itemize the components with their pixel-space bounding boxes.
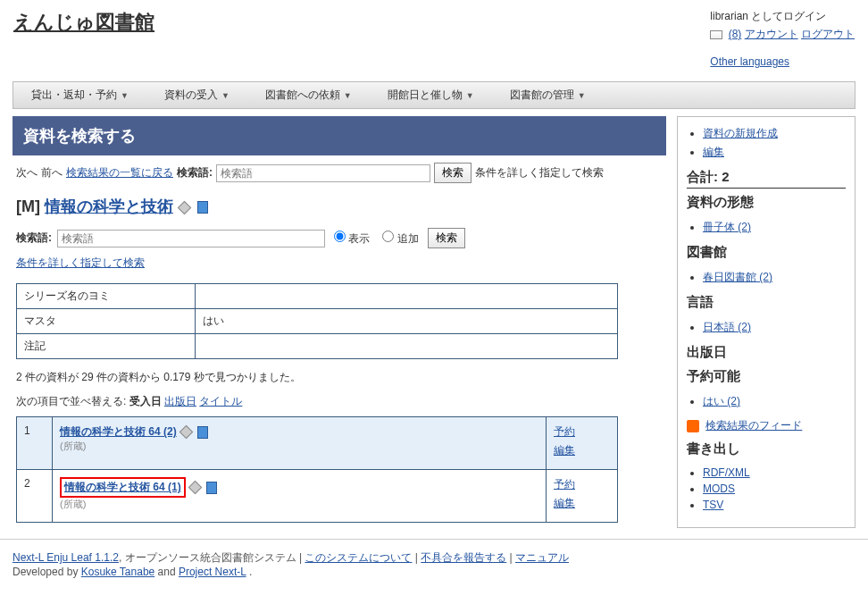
facet-reservable-item[interactable]: はい (2) [703,395,740,407]
search-label-2: 検索語: [16,231,52,246]
logout-link[interactable]: ログアウト [801,28,855,40]
next-text: 次へ [16,165,38,180]
list-item: 冊子体 (2) [703,218,846,237]
edit-icon[interactable] [178,200,192,214]
export-heading: 書き出し [687,440,846,459]
sidebar: 資料の新規作成 編集 合計: 2 資料の形態 冊子体 (2) 図書館 春日図書館… [677,116,855,528]
opt-add[interactable]: 追加 [382,231,418,247]
prev-text: 前へ [41,165,63,180]
total-heading: 合計: 2 [687,169,846,189]
export-mods[interactable]: MODS [703,482,735,495]
sort-title[interactable]: タイトル [199,395,242,407]
edit-icon[interactable] [179,425,194,440]
edit-link[interactable]: 編集 [554,443,610,458]
search-input-2[interactable] [57,230,325,247]
list-item: RDF/XML [703,465,846,481]
book-icon [197,201,208,214]
feed-link[interactable]: 検索結果のフィード [705,419,802,432]
table-row: マスタはい [17,309,618,334]
results-table: 1 情報の科学と技術 64 (2) (所蔵) 予約 編集 2 情報の科学と技術 … [16,416,618,523]
table-row: 注記 [17,334,618,359]
mail-icon [710,30,722,39]
footer-dev1-link[interactable]: Kosuke Tanabe [81,566,155,578]
book-icon [197,426,208,439]
new-resource-link[interactable]: 資料の新規作成 [703,127,778,139]
reserve-link[interactable]: 予約 [554,477,610,492]
list-item: TSV [703,497,846,513]
search-row-1: 次へ 前へ 検索結果の一覧に戻る 検索語: 検索 条件を詳しく指定して検索 [13,155,666,190]
holding-text: (所蔵) [60,440,538,453]
table-row: シリーズ名のヨミ [17,284,618,309]
nav-item-requests[interactable]: 図書館への依頼▼ [247,82,370,108]
search-button-1[interactable]: 検索 [434,163,472,183]
footer-manual-link[interactable]: マニュアル [515,551,569,564]
advanced-search-link[interactable]: 条件を詳しく指定して検索 [13,254,666,278]
result-cell: 情報の科学と技術 64 (1) (所蔵) [53,470,547,523]
list-item: 資料の新規作成 [703,124,846,143]
footer-product-link[interactable]: Next-L Enju Leaf 1.1.2 [13,551,119,564]
list-item: 日本語 (2) [703,318,846,337]
nav-item-acquisition[interactable]: 資料の受入▼ [146,82,247,108]
sort-row: 次の項目で並べ替える: 受入日 出版日 タイトル [13,390,666,416]
main-nav: 貸出・返却・予約▼ 資料の受入▼ 図書館への依頼▼ 開館日と催し物▼ 図書館の管… [13,81,855,109]
account-link[interactable]: アカウント [745,28,798,40]
list-item: MODS [703,481,846,497]
list-item: 編集 [703,143,846,162]
footer-about-link[interactable]: このシステムについて [305,551,412,564]
footer-bug-link[interactable]: 不具合を報告する [421,551,506,564]
meta-value [196,284,618,309]
reserve-link[interactable]: 予約 [554,424,610,440]
result-actions: 予約 編集 [547,417,618,470]
login-area: librarian としてログイン (8) アカウント ログアウト Other … [710,9,855,68]
facet-reservable-heading: 予約可能 [687,368,846,387]
search-button-2[interactable]: 検索 [428,228,465,248]
edit-link[interactable]: 編集 [703,146,724,158]
holding-text: (所蔵) [60,498,538,511]
rss-icon [687,420,699,432]
metadata-table: シリーズ名のヨミ マスタはい 注記 [16,283,618,359]
facet-pubdate-heading: 出版日 [687,344,846,363]
edit-link[interactable]: 編集 [554,496,610,511]
back-to-results-link[interactable]: 検索結果の一覧に戻る [66,165,173,180]
facet-form-heading: 資料の形態 [687,194,846,213]
export-tsv[interactable]: TSV [703,499,723,511]
export-rdfxml[interactable]: RDF/XML [703,466,750,479]
list-item: 春日図書館 (2) [703,268,846,287]
result-cell: 情報の科学と技術 64 (2) (所蔵) [53,417,547,470]
nav-item-admin[interactable]: 図書館の管理▼ [492,82,604,108]
search-row-2: 検索語: 表示 追加 検索 [13,222,666,254]
search-label-1: 検索語: [177,165,213,180]
table-row: 1 情報の科学と技術 64 (2) (所蔵) 予約 編集 [17,417,618,470]
record-title-link[interactable]: 情報の科学と技術 [45,197,173,215]
result-title-link[interactable]: 情報の科学と技術 64 (1) [64,481,181,493]
facet-library-item[interactable]: 春日図書館 (2) [703,271,772,283]
other-languages-link[interactable]: Other languages [710,55,789,68]
result-actions: 予約 編集 [547,470,618,523]
nav-item-events[interactable]: 開館日と催し物▼ [370,82,492,108]
edit-icon[interactable] [188,481,203,495]
footer-dev2-link[interactable]: Project Next-L [179,566,246,578]
login-status: librarian としてログイン [710,9,855,24]
meta-value: はい [196,309,618,334]
meta-label: マスタ [17,309,196,334]
hits-text: 2 件の資料が 29 件の資料から 0.179 秒で見つかりました。 [13,365,666,390]
sort-active: 受入日 [129,395,162,407]
panel-header: 資料を検索する [13,116,666,155]
facet-language-item[interactable]: 日本語 (2) [703,321,751,333]
sort-pubdate[interactable]: 出版日 [164,395,196,407]
footer: Next-L Enju Leaf 1.1.2, オープンソース統合図書館システム… [0,539,868,589]
meta-label: シリーズ名のヨミ [17,284,196,309]
nav-item-lending[interactable]: 貸出・返却・予約▼ [13,82,146,108]
search-input-1[interactable] [216,164,430,182]
site-title[interactable]: えんじゅ図書館 [13,9,154,68]
facet-library-heading: 図書館 [687,244,846,263]
sort-label: 次の項目で並べ替える: [16,395,126,407]
facet-language-heading: 言語 [687,294,846,313]
radio-add[interactable] [382,231,394,242]
table-row: 2 情報の科学と技術 64 (1) (所蔵) 予約 編集 [17,470,618,523]
opt-display[interactable]: 表示 [334,231,370,247]
notif-count-link[interactable]: (8) [729,28,742,40]
radio-display[interactable] [334,231,346,242]
facet-form-item[interactable]: 冊子体 (2) [703,221,751,233]
result-title-link[interactable]: 情報の科学と技術 64 (2) [60,425,177,438]
